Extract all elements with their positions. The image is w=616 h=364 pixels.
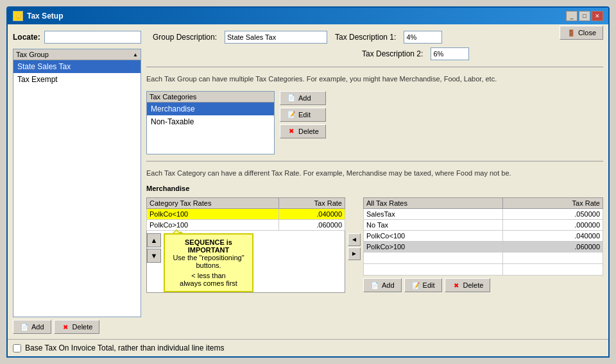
categories-info: Each Tax Group can have multiple Tax Cat…: [146, 74, 603, 85]
tax-desc1-label: Tax Description 1:: [335, 33, 396, 42]
table-row[interactable]: PolkCo<100 .040000: [364, 231, 603, 242]
list-header: Tax Group ▲: [13, 49, 141, 60]
selected-category-label: Merchandise: [146, 185, 603, 192]
all-rates-tax-col: Tax Rate: [503, 198, 603, 209]
group-desc-row: Group Description: Tax Description 1:: [146, 31, 603, 44]
title-bar: 🪙 Tax Setup _ □ ✕: [8, 8, 608, 24]
edit-cat-icon: 📝: [287, 110, 296, 119]
cat-rates-col-header: Category Tax Rates: [147, 198, 279, 209]
category-item[interactable]: Non-Taxable: [147, 115, 274, 128]
title-controls: _ □ ✕: [566, 11, 603, 21]
all-rate-value: .060000: [503, 242, 603, 252]
all-rates-table: All Tax Rates Tax Rate SalesTax .050000: [363, 197, 603, 276]
left-panel: Locate: Tax Group ▲ State Sales Tax Tax …: [13, 31, 141, 334]
all-rates-container: All Tax Rates Tax Rate SalesTax .050000: [363, 197, 603, 292]
maximize-button[interactable]: □: [579, 11, 590, 21]
tax-desc2-row: Tax Description 2:: [362, 47, 603, 60]
all-rate-name: No Tax: [364, 220, 503, 231]
table-row[interactable]: PolkCo<100 .040000: [147, 209, 345, 220]
all-rate-name: PolkCo<100: [364, 231, 503, 242]
tax-rate-col-header: Tax Rate: [279, 198, 345, 209]
rate-name: PolkCo<100: [147, 209, 279, 220]
categories-list: Tax Categories Merchandise Non-Taxable: [146, 91, 275, 154]
edit-category-button[interactable]: 📝 Edit: [280, 108, 326, 122]
reposition-down-button[interactable]: ▼: [147, 249, 161, 263]
list-scroll-up[interactable]: ▲: [133, 52, 138, 58]
group-desc-label: Group Description:: [146, 33, 217, 42]
minimize-button[interactable]: _: [566, 11, 578, 21]
move-right-button[interactable]: ►: [348, 247, 361, 260]
add-cat-icon: 📄: [287, 94, 296, 103]
base-tax-label: Base Tax On Invoice Total, rather than i…: [25, 343, 224, 352]
category-rates-table: Category Tax Rates Tax Rate PolkCo<100 .…: [146, 197, 345, 293]
delete-rate-button[interactable]: ✖ Delete: [445, 278, 491, 292]
add-icon: 📄: [20, 322, 29, 331]
all-rate-name: PolkCo>100: [364, 242, 503, 252]
delete-cat-icon: ✖: [287, 127, 296, 136]
checkbox-area: Base Tax On Invoice Total, rather than i…: [13, 343, 224, 352]
add-category-button[interactable]: 📄 Add: [280, 91, 326, 105]
nav-arrows: ◄ ►: [348, 233, 361, 260]
all-rates-header: All Tax Rates: [364, 198, 503, 209]
locate-input[interactable]: [44, 31, 141, 44]
all-rate-value: .000000: [503, 220, 603, 231]
add-tax-group-button[interactable]: 📄 Add: [13, 320, 51, 334]
tax-rate-info: Each Tax Category can have a different T…: [146, 168, 603, 179]
group-desc-input[interactable]: [225, 31, 327, 44]
edit-rate-icon: 📝: [411, 281, 420, 290]
move-left-button[interactable]: ◄: [348, 233, 361, 246]
delete-tax-group-button[interactable]: ✖ Delete: [54, 320, 100, 334]
window-close-button[interactable]: ✕: [592, 11, 603, 21]
list-item[interactable]: State Sales Tax: [13, 60, 141, 73]
edit-rate-button[interactable]: 📝 Edit: [404, 278, 442, 292]
left-buttons: 📄 Add ✖ Delete: [13, 320, 141, 334]
tax-rates-area: Category Tax Rates Tax Rate PolkCo<100 .…: [146, 197, 603, 295]
rate-value: .060000: [279, 220, 345, 231]
tax-desc2-label: Tax Description 2:: [362, 49, 423, 58]
delete-rate-icon: ✖: [452, 281, 461, 290]
tax-group-list: Tax Group ▲ State Sales Tax Tax Exempt: [13, 49, 141, 317]
right-panel: Group Description: Tax Description 1: Ta…: [146, 31, 603, 334]
all-rate-buttons: 📄 Add 📝 Edit ✖ Delete: [363, 278, 603, 292]
add-rate-button[interactable]: 📄 Add: [363, 278, 402, 292]
reposition-up-button[interactable]: ▲: [147, 233, 161, 247]
delete-icon: ✖: [61, 322, 70, 331]
table-row-empty: [364, 264, 603, 276]
tooltip-row: ▲ ▼ SE: [147, 231, 345, 293]
window-icon: 🪙: [13, 11, 23, 21]
tax-desc1-input[interactable]: [404, 31, 442, 44]
table-row[interactable]: PolkCo>100 .060000: [364, 242, 603, 252]
table-row[interactable]: PolkCo>100 .060000: [147, 220, 345, 231]
list-item[interactable]: Tax Exempt: [13, 73, 141, 86]
delete-category-button[interactable]: ✖ Delete: [280, 124, 326, 138]
all-rate-value: .050000: [503, 209, 603, 220]
add-rate-icon: 📄: [370, 281, 379, 290]
locate-label: Locate:: [13, 33, 40, 42]
rate-name: PolkCo>100: [147, 220, 279, 231]
reposition-area: ▲ ▼: [147, 233, 161, 263]
all-rate-name: SalesTax: [364, 209, 503, 220]
categories-area: Tax Categories Merchandise Non-Taxable 📄…: [146, 91, 603, 154]
tooltip-bubble: SEQUENCE is IMPORTANT Use the "repositio…: [164, 233, 253, 292]
category-buttons: 📄 Add 📝 Edit ✖ Delete: [280, 91, 326, 138]
window-title: Tax Setup: [27, 12, 63, 21]
table-row[interactable]: No Tax .000000: [364, 220, 603, 231]
tax-desc2-input[interactable]: [431, 47, 469, 60]
table-row-empty: [364, 252, 603, 264]
locate-row: Locate:: [13, 31, 141, 44]
tooltip-container: SEQUENCE is IMPORTANT Use the "repositio…: [164, 233, 253, 292]
category-item[interactable]: Merchandise: [147, 103, 274, 115]
category-rates-container: Category Tax Rates Tax Rate PolkCo<100 .…: [146, 197, 345, 295]
categories-header: Tax Categories: [147, 92, 274, 103]
close-icon: 🚪: [567, 28, 576, 37]
rate-value: .040000: [279, 209, 345, 220]
bottom-bar: Base Tax On Invoice Total, rather than i…: [8, 339, 608, 356]
close-button[interactable]: 🚪 Close: [560, 26, 603, 40]
all-rate-value: .040000: [503, 231, 603, 242]
base-tax-checkbox[interactable]: [13, 344, 21, 352]
table-row[interactable]: SalesTax .050000: [364, 209, 603, 220]
